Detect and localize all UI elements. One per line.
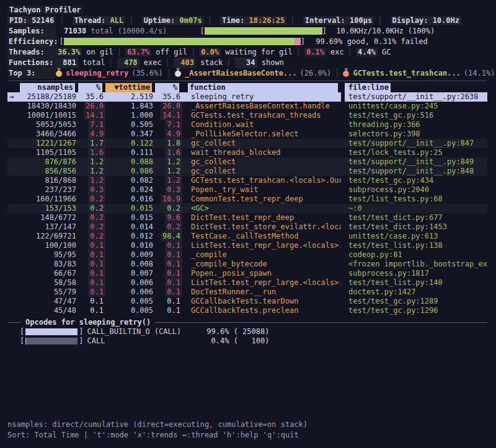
cell-function: _compile_bytecode	[182, 260, 341, 269]
samples-rate: 10.0KHz/10.0KHz (100%)	[331, 27, 435, 35]
uptime-value: 0m07s	[180, 16, 202, 25]
cell-tottime: 0.016	[105, 195, 155, 204]
col-header-function[interactable]: function	[182, 83, 341, 92]
cell-nsamples: 816/868	[20, 176, 78, 185]
samples-detail: total (10000.4/s)	[91, 27, 167, 35]
cell-nsamples: 3466/3466	[20, 130, 78, 139]
cell-file-line: test/support/__init__.py:848	[345, 167, 487, 176]
cell-cumpct: 0.1	[155, 297, 182, 306]
cell-nsamples: 100/100	[20, 241, 78, 250]
cell-function: Popen._posix_spawn	[182, 269, 341, 278]
cell-pct: 14.1	[78, 111, 105, 120]
cell-file-line: test/test_gc.py:516	[345, 111, 487, 120]
table-row[interactable]: 856/856 1.2 0.086 1.2 gc_collect test/su…	[7, 167, 487, 176]
top3-item[interactable]: GCTests.test_trashcan...(14.1%)│	[343, 69, 495, 77]
table-row[interactable]: 237/237 0.3 0.024 0.3 Popen._try_wait su…	[7, 185, 487, 195]
medal-icon	[175, 68, 181, 77]
cell-nsamples: 95/95	[20, 250, 78, 260]
thread-value: ALL	[110, 16, 124, 25]
table-row[interactable]: 58/58 0.1 0.006 0.1 ListTest.test_repr_l…	[7, 278, 487, 288]
table-row[interactable]: 1105/1105 1.6 0.111 1.6 wait_threads_blo…	[7, 148, 487, 157]
opcode-bar	[25, 338, 78, 345]
uptime-group: Uptime: 0m07s	[142, 16, 204, 25]
top3-item[interactable]: sleeping_retry(35.6%)│	[56, 69, 175, 77]
time-value: 18:26:25	[249, 16, 285, 25]
samples-rate-bar	[205, 27, 322, 35]
table-row[interactable]: 10001/10015 14.1 1.000 14.1 GCTests.test…	[7, 111, 487, 120]
cell-file-line: test/lock_tests.py:25	[345, 148, 487, 157]
col-header-pct[interactable]: %	[78, 83, 105, 92]
cell-cumpct: 0.1	[155, 269, 182, 278]
table-row[interactable]: 47/47 0.1 0.005 0.1 GCCallbackTests.tear…	[7, 297, 487, 306]
cell-tottime: 1.843	[105, 102, 155, 111]
col-header-nsamples[interactable]: nsamples	[20, 83, 78, 92]
cell-file-line: selectors.py:398	[345, 130, 487, 139]
thread-stat: 63.7% off gil│	[125, 48, 199, 56]
table-row[interactable]: 66/67 0.1 0.007 0.1 Popen._posix_spawn s…	[7, 269, 487, 278]
opcodes-title: Opcodes for sleeping_retry()	[25, 318, 151, 327]
cell-function: gc_collect	[182, 139, 341, 148]
table-row[interactable]: 137/147 0.2 0.014 0.2 DictTest.test_stor…	[7, 222, 487, 232]
cell-tottime: 0.505	[105, 120, 155, 130]
cell-function: _AssertRaisesBaseContext.handle	[182, 102, 341, 111]
table-row[interactable]: 45/48 0.1 0.005 0.1 GCCallbackTests.prec…	[7, 306, 487, 315]
cell-cumpct: 1.8	[155, 139, 182, 148]
col-header-cumpct[interactable]: %	[155, 83, 182, 92]
samples-label: Samples:	[7, 26, 56, 37]
cell-cumpct: 0.1	[155, 250, 182, 260]
thread-group[interactable]: Thread: ALL	[73, 16, 126, 25]
function-stat: 34 shown│	[235, 58, 284, 67]
cell-nsamples: 237/237	[20, 185, 78, 195]
table-row[interactable]: 148/6772 0.2 0.015 9.6 DictTest.test_rep…	[7, 213, 487, 222]
profile-table: nsamples % ▼tottime % function file:line…	[7, 83, 487, 315]
cell-cumpct: 9.6	[155, 213, 182, 222]
cell-cumpct: 35.6	[155, 92, 182, 102]
table-row[interactable]: 1221/1267 1.7 0.122 1.8 gc_collect test/…	[7, 139, 487, 148]
cell-cumpct: 26.0	[155, 102, 182, 111]
cell-pct: 7.1	[78, 120, 105, 130]
cell-file-line: test/test_list.py:140	[345, 278, 487, 288]
interval-group: Interval: 100µs	[303, 16, 374, 25]
cell-tottime: 0.009	[105, 250, 155, 260]
cell-nsamples: 137/147	[20, 222, 78, 232]
cell-cumpct: 0.1	[155, 260, 182, 269]
cell-cumpct: 0.1	[155, 241, 182, 250]
cell-pct: 0.2	[78, 204, 105, 213]
cell-cumpct: 0.1	[155, 288, 182, 297]
top3-item[interactable]: _AssertRaisesBaseConte...(26.0%)│	[175, 69, 343, 77]
table-row[interactable]: 3466/3466 4.9 0.347 4.9 _PollLikeSelecto…	[7, 130, 487, 139]
samples-line: Samples: 71038 total (10000.4/s) [] 10.0…	[7, 26, 487, 37]
cell-tottime: 0.015	[105, 204, 155, 213]
col-header-tottime-sorted[interactable]: ▼tottime	[105, 83, 155, 92]
thread-stat: 0.1% exc│	[304, 48, 356, 56]
cell-nsamples: 47/47	[20, 297, 78, 306]
table-row[interactable]: 160/11966 0.2 0.016 16.9 CommonTest.test…	[7, 195, 487, 204]
table-row[interactable]: 100/100 0.1 0.010 0.1 ListTest.test_repr…	[7, 241, 487, 250]
thread-stat: 4.4% GC│	[356, 48, 391, 56]
cell-nsamples: 856/856	[20, 167, 78, 176]
opcodes-list: [] CALL_BUILTIN_O (CALL) 99.6% ( 25088) …	[7, 327, 487, 346]
cell-function: sleeping_retry	[182, 92, 341, 102]
table-row[interactable]: 5053/5053 7.1 0.505 7.1 Condition.wait t…	[7, 120, 487, 130]
opcode-bar	[25, 328, 78, 335]
function-stat: 478 exec│	[117, 58, 174, 67]
table-row[interactable]: 122/69721 0.2 0.012 98.4 TestCase._callT…	[7, 232, 487, 241]
table-row[interactable]: 876/876 1.2 0.088 1.2 gc_collect test/su…	[7, 157, 487, 167]
thread-stat: 36.3% on gil│	[56, 48, 125, 56]
cell-cumpct: 7.1	[155, 120, 182, 130]
col-header-file[interactable]: file:line	[345, 83, 487, 92]
cell-file-line: test/test_gc.py:1289	[345, 297, 487, 306]
table-row[interactable]: 83/83 0.1 0.008 0.1 _compile_bytecode <f…	[7, 260, 487, 269]
table-row[interactable]: 153/153 0.2 0.015 0.2 <GC> ~:0	[7, 204, 487, 213]
table-row[interactable]: 18430/18430 26.0 1.843 26.0 _AssertRaise…	[7, 102, 487, 111]
cell-file-line: unittest/case.py:245	[345, 102, 487, 111]
opcodes-header: Opcodes for sleeping_retry()	[7, 318, 487, 327]
cell-cumpct: 16.9	[155, 195, 182, 204]
table-row[interactable]: 95/95 0.1 0.009 0.1 _compile codeop.py:8…	[7, 250, 487, 260]
table-row[interactable]: 816/868 1.2 0.082 1.2 GCTests.test_trash…	[7, 176, 487, 185]
table-row[interactable]: → 25188/25189 35.6 2.519 35.6 sleeping_r…	[7, 92, 487, 102]
cell-function: _PollLikeSelector.select	[182, 130, 341, 139]
cell-cumpct: 14.1	[155, 111, 182, 120]
cell-cumpct: 4.9	[155, 130, 182, 139]
table-row[interactable]: 55/79 0.1 0.006 0.1 DocTestRunner.__run …	[7, 288, 487, 297]
